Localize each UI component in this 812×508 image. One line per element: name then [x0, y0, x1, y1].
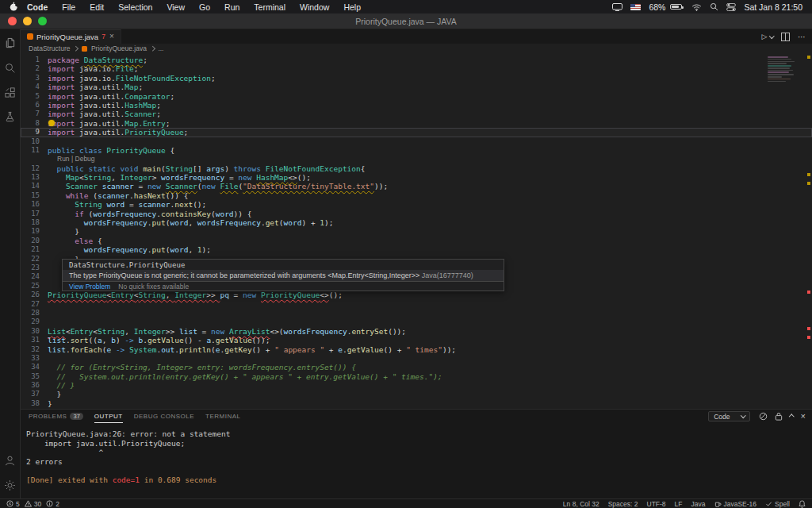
code-line-7[interactable]: 7import java.util.Scanner; — [21, 110, 812, 118]
line-number[interactable]: 26 — [21, 291, 48, 299]
line-number[interactable]: 1 — [21, 56, 48, 64]
line-number[interactable]: 22 — [21, 255, 48, 264]
cursor-position[interactable]: Ln 8, Col 32 — [563, 500, 599, 508]
code-text[interactable]: list.forEach(e -> System.out.println(e.g… — [48, 345, 456, 354]
menu-code[interactable]: Code — [20, 2, 55, 12]
lock-scroll-icon[interactable] — [775, 412, 783, 421]
keyboard-input-flag-icon[interactable] — [630, 4, 641, 10]
line-number[interactable]: 27 — [21, 300, 48, 309]
code-line-33[interactable]: 33 — [21, 354, 812, 363]
output-channel-select[interactable]: Code — [708, 411, 750, 421]
code-editor[interactable]: 1package DataStructure;2import java.io.F… — [21, 53, 812, 409]
code-line-34[interactable]: 34 // for (Entry<String, Integer> entry:… — [21, 363, 812, 371]
line-number[interactable]: 16 — [21, 200, 48, 209]
split-editor-icon[interactable] — [781, 33, 790, 41]
code-line-17[interactable]: 17 if (wordsFrequency.containsKey(word))… — [21, 210, 812, 218]
line-number[interactable]: 2 — [21, 64, 48, 73]
menubar-clock[interactable]: Sat Jan 8 21:50 — [744, 2, 802, 12]
clear-output-icon[interactable] — [759, 412, 768, 421]
line-number[interactable]: 10 — [21, 137, 48, 146]
line-number[interactable]: 24 — [21, 272, 48, 281]
problems-status[interactable]: 5 30 2 — [6, 500, 59, 508]
code-text[interactable]: if (wordsFrequency.containsKey(word)) { — [48, 210, 251, 218]
code-text[interactable]: String word = scanner.next(); — [48, 200, 206, 209]
code-line-28[interactable]: 28 — [21, 309, 812, 318]
line-number[interactable]: 4 — [21, 83, 48, 91]
language-mode[interactable]: Java — [691, 500, 706, 508]
line-number[interactable]: 9 — [21, 128, 48, 137]
line-number[interactable]: 15 — [21, 191, 48, 200]
line-number[interactable]: 36 — [21, 381, 48, 390]
code-line-6[interactable]: 6import java.util.HashMap; — [21, 101, 812, 110]
code-line-21[interactable]: 21 wordsFrequency.put(word, 1); — [21, 245, 812, 254]
line-number[interactable]: 14 — [21, 182, 48, 190]
code-text[interactable]: while (scanner.hasNext()) { — [48, 191, 188, 200]
code-line-13[interactable]: 13 Map<String, Integer> wordsFrequency =… — [21, 173, 812, 182]
line-number[interactable]: 11 — [21, 146, 48, 155]
extensions-icon[interactable] — [4, 86, 17, 98]
menu-view[interactable]: View — [159, 2, 192, 12]
code-text[interactable]: import java.util.Map; — [48, 83, 143, 91]
code-text[interactable]: import java.util.Map.Entry; — [48, 119, 170, 128]
code-line-35[interactable]: 35 // System.out.println(entry.getKey() … — [21, 372, 812, 381]
maximize-panel-icon[interactable] — [789, 414, 794, 419]
code-line-16[interactable]: 16 String word = scanner.next(); — [21, 200, 812, 209]
panel-tab-output[interactable]: OUTPUT — [94, 410, 123, 423]
control-center-icon[interactable] — [726, 3, 736, 11]
line-number[interactable]: 19 — [21, 227, 48, 236]
code-line-32[interactable]: 32list.forEach(e -> System.out.println(e… — [21, 345, 812, 354]
code-text[interactable]: wordsFrequency.put(word, 1); — [48, 245, 211, 254]
code-text[interactable]: import java.io.FileNotFoundException; — [48, 74, 216, 83]
line-number[interactable]: 31 — [21, 336, 48, 344]
breadcrumb-file[interactable]: PriorityQueue.java — [91, 44, 147, 52]
spell-checker-status[interactable]: Spell — [765, 500, 790, 508]
code-line-15[interactable]: 15 while (scanner.hasNext()) { — [21, 191, 812, 200]
menu-selection[interactable]: Selection — [111, 2, 159, 12]
encoding[interactable]: UTF-8 — [647, 500, 666, 508]
line-number[interactable]: 28 — [21, 309, 48, 318]
code-text[interactable]: list.sort((a, b) -> b.getValue() - a.get… — [48, 336, 270, 344]
code-line-29[interactable]: 29 — [21, 318, 812, 326]
minimize-window-button[interactable] — [23, 17, 32, 25]
code-text[interactable]: Scanner scanner = new Scanner(new File("… — [48, 182, 388, 190]
code-line-14[interactable]: 14 Scanner scanner = new Scanner(new Fil… — [21, 182, 812, 190]
screen-mirroring-icon[interactable] — [612, 3, 622, 11]
panel-tab-problems[interactable]: PROBLEMS37 — [29, 410, 83, 423]
code-line-26[interactable]: 26PriorityQueue<Entry<String, Integer>> … — [21, 291, 812, 299]
line-number[interactable]: 35 — [21, 372, 48, 381]
code-line-3[interactable]: 3import java.io.FileNotFoundException; — [21, 74, 812, 83]
code-text[interactable]: // } — [48, 381, 75, 390]
code-text[interactable]: PriorityQueue<Entry<String, Integer>> pq… — [48, 291, 343, 299]
line-number[interactable]: 34 — [21, 363, 48, 371]
code-line-8[interactable]: 8import java.util.Map.Entry; — [21, 119, 812, 128]
code-line-4[interactable]: 4import java.util.Map; — [21, 83, 812, 91]
code-text[interactable]: // System.out.println(entry.getKey() + "… — [48, 372, 442, 381]
view-problem-link[interactable]: View Problem — [69, 283, 110, 291]
code-line-10[interactable]: 10 — [21, 137, 812, 146]
minimap[interactable] — [766, 55, 802, 91]
menu-terminal[interactable]: Terminal — [247, 2, 293, 12]
line-number[interactable]: 23 — [21, 264, 48, 272]
code-line-30[interactable]: 30List<Entry<String, Integer>> list = ne… — [21, 327, 812, 336]
code-text[interactable]: List<Entry<String, Integer>> list = new … — [48, 327, 406, 336]
line-number[interactable]: 3 — [21, 74, 48, 83]
line-number[interactable]: 29 — [21, 318, 48, 326]
run-java-button[interactable]: ▷ — [762, 33, 773, 40]
line-number[interactable]: 5 — [21, 92, 48, 101]
code-line-37[interactable]: 37 } — [21, 390, 812, 398]
menu-file[interactable]: File — [55, 2, 82, 12]
tab-priorityqueue-java[interactable]: PriorityQueue.java 7 × — [21, 29, 121, 44]
code-text[interactable]: import java.util.Scanner; — [48, 110, 161, 118]
notifications-bell-icon[interactable] — [799, 500, 806, 508]
code-line-9[interactable]: 9import java.util.PriorityQueue; — [21, 128, 812, 137]
line-number[interactable]: 38 — [21, 399, 48, 408]
code-line-27[interactable]: 27 — [21, 300, 812, 309]
code-text[interactable]: import java.util.Comparator; — [48, 92, 174, 101]
code-line-31[interactable]: 31list.sort((a, b) -> b.getValue() - a.g… — [21, 336, 812, 344]
menu-run[interactable]: Run — [217, 2, 247, 12]
menu-edit[interactable]: Edit — [82, 2, 111, 12]
line-number[interactable]: 12 — [21, 164, 48, 173]
code-line-18[interactable]: 18 wordsFrequency.put(word, wordsFrequen… — [21, 218, 812, 227]
code-text[interactable]: wordsFrequency.put(word, wordsFrequency.… — [48, 218, 334, 227]
code-text[interactable]: import java.util.HashMap; — [48, 101, 161, 110]
